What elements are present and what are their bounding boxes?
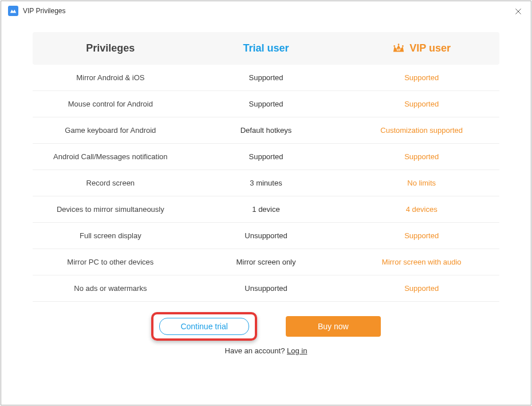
svg-text:VIP: VIP (397, 48, 401, 51)
table-row: Full screen displayUnsupportedSupported (33, 223, 499, 249)
header-trial-user: Trial user (188, 42, 344, 54)
privilege-name: Full screen display (33, 231, 188, 240)
svg-point-1 (398, 44, 400, 45)
close-button[interactable] (514, 7, 523, 18)
vip-value: Supported (344, 284, 499, 293)
have-account-text: Have an account? (225, 346, 287, 355)
trial-value: Mirror screen only (188, 258, 344, 266)
trial-value: Unsupported (188, 231, 344, 240)
header-privileges: Privileges (33, 42, 188, 54)
privilege-name: Devices to mirror simultaneously (33, 205, 188, 214)
privilege-name: Mirror PC to other devices (33, 258, 188, 266)
vip-value: Supported (344, 73, 499, 82)
button-row: Continue trial Buy now (33, 312, 499, 341)
table-body: Mirror Android & iOSSupportedSupportedMo… (33, 65, 499, 302)
table-row: No ads or watermarksUnsupportedSupported (33, 275, 499, 302)
login-prompt: Have an account? Log in (33, 346, 499, 355)
table-row: Mirror Android & iOSSupportedSupported (33, 65, 499, 91)
vip-value: Mirror screen with audio (344, 258, 499, 266)
close-icon (514, 7, 523, 16)
privilege-name: Mouse control for Android (33, 100, 188, 108)
table-row: Game keyboard for AndroidDefault hotkeys… (33, 117, 499, 144)
vip-value: 4 devices (344, 205, 499, 214)
trial-value: 3 minutes (188, 179, 344, 187)
table-row: Android Call/Messages notificationSuppor… (33, 144, 499, 170)
svg-point-2 (402, 45, 404, 47)
table-row: Mouse control for AndroidSupportedSuppor… (33, 91, 499, 117)
table-row: Record screen3 minutesNo limits (33, 170, 499, 196)
privilege-name: No ads or watermarks (33, 284, 188, 293)
vip-value: No limits (344, 179, 499, 187)
crown-icon: VIP (392, 43, 405, 54)
footer: Continue trial Buy now Have an account? … (33, 312, 499, 355)
privilege-name: Mirror Android & iOS (33, 73, 188, 82)
svg-point-0 (394, 45, 396, 47)
table-row: Mirror PC to other devicesMirror screen … (33, 249, 499, 275)
buy-now-button[interactable]: Buy now (286, 316, 381, 337)
continue-trial-button[interactable]: Continue trial (159, 318, 249, 335)
vip-value: Supported (344, 231, 499, 240)
table-header: Privileges Trial user VIP VIP user (33, 32, 499, 65)
window-title: VIP Privileges (23, 7, 65, 15)
privilege-name: Android Call/Messages notification (33, 152, 188, 161)
vip-value: Supported (344, 152, 499, 161)
table-row: Devices to mirror simultaneously1 device… (33, 196, 499, 223)
header-vip-label: VIP user (409, 42, 451, 54)
vip-value: Customization supported (344, 126, 499, 135)
header-vip-user: VIP VIP user (344, 42, 499, 54)
trial-value: Supported (188, 100, 344, 108)
trial-value: Supported (188, 73, 344, 82)
vip-privileges-window: VIP Privileges Privileges Trial user VIP (1, 1, 531, 405)
trial-value: 1 device (188, 205, 344, 214)
privilege-name: Game keyboard for Android (33, 126, 188, 135)
trial-value: Default hotkeys (188, 126, 344, 135)
trial-value: Unsupported (188, 284, 344, 293)
trial-value: Supported (188, 152, 344, 161)
continue-trial-highlight: Continue trial (151, 312, 257, 341)
app-icon (8, 6, 18, 16)
titlebar: VIP Privileges (1, 1, 531, 21)
login-link[interactable]: Log in (287, 346, 307, 355)
content-area: Privileges Trial user VIP VIP user Mirro… (1, 21, 531, 355)
vip-value: Supported (344, 100, 499, 108)
privilege-name: Record screen (33, 179, 188, 187)
